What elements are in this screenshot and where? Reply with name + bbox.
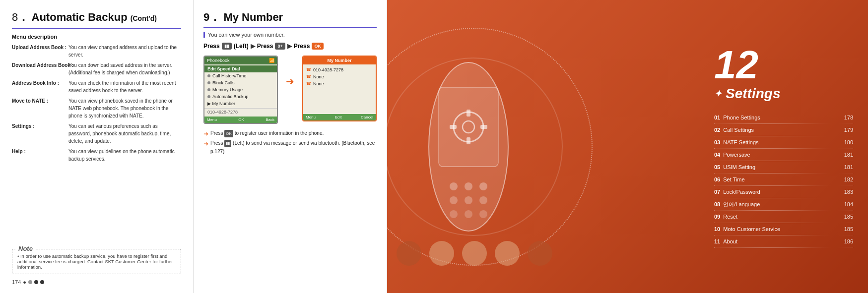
- tip-arrow-2: ➜: [203, 139, 208, 149]
- press-label-3: Press: [294, 43, 310, 50]
- toc-item: 10Moto Customer Service 185: [714, 223, 853, 235]
- page-dot-1: [28, 280, 32, 284]
- chapter-title-text: Settings: [726, 86, 780, 102]
- right-panel: 12 ✦ Settings 01Phone Settings 178 02Cal…: [387, 0, 868, 293]
- toc-item: 08언어/Language 184: [714, 198, 853, 211]
- mid-divider: [203, 27, 377, 28]
- svg-rect-14: [467, 137, 470, 144]
- phone-menu-item: Automatic Backup: [204, 93, 277, 100]
- menu-dot: [207, 81, 210, 84]
- svg-rect-15: [450, 125, 457, 129]
- toc-item: 02Call Settings 179: [714, 124, 853, 136]
- toc-item: 05USIM Setting 181: [714, 161, 853, 174]
- phone-menu-item: Call History/Time: [204, 72, 277, 79]
- page-dots: [28, 280, 44, 284]
- svg-point-7: [479, 196, 487, 204]
- toc-item: 06Set Time 182: [714, 174, 853, 186]
- tip-button-1: OK: [224, 130, 233, 138]
- menu-button-icon: 8+: [275, 43, 285, 50]
- note-text: • In order to use automatic backup servi…: [17, 253, 173, 270]
- menu-dot: [207, 95, 210, 98]
- ok-button-icon: OK: [312, 43, 324, 50]
- toc-item: 11About 186: [714, 235, 853, 248]
- phone-bottom-number: 010-4928-7278: [204, 108, 277, 116]
- svg-rect-16: [480, 125, 487, 129]
- phone-screen-2-header: My Number: [303, 57, 376, 64]
- tip-button-2: ▮▮: [224, 140, 231, 148]
- svg-point-2: [450, 182, 458, 190]
- left-section-title: 8． Automatic Backup (Cont'd): [12, 10, 181, 25]
- chapter-title: ✦ Settings: [714, 86, 853, 102]
- svg-point-5: [450, 196, 458, 204]
- phone-screen-1-body: Edit Speed Dial Call History/Time Block …: [204, 64, 277, 117]
- toc-item: 01Phone Settings 178: [714, 112, 853, 124]
- menu-dot: [207, 74, 210, 77]
- toc-item: 03NATE Settings 180: [714, 136, 853, 149]
- phone-menu-item: ▶ My Number: [204, 100, 277, 107]
- phone-screen-2: My Number ☎ 010-4928-7278 ☎ None ☎ None …: [302, 56, 377, 121]
- settings-content: 12 ✦ Settings 01Phone Settings 178 02Cal…: [714, 0, 853, 293]
- phone-menu-selected: Edit Speed Dial: [204, 65, 277, 72]
- phone-screen-1-footer: Menu OK Back: [204, 117, 277, 123]
- mid-panel: 9． My Number You can view your own numbe…: [194, 0, 387, 293]
- toc-item: 04Powersave 181: [714, 149, 853, 161]
- list-item: Download Address Book : You can download…: [12, 61, 181, 76]
- press-label-2: Press: [257, 43, 273, 50]
- arrow-icon-1: ▶: [251, 43, 255, 50]
- phone-screen-2-body: ☎ 010-4928-7278 ☎ None ☎ None: [303, 64, 376, 114]
- svg-point-6: [465, 196, 472, 204]
- tip-text-1: Press OK to register user information in…: [210, 129, 324, 138]
- tip-row-1: ➜ Press OK to register user information …: [203, 129, 377, 139]
- mid-subtitle: You can view your own number.: [203, 32, 377, 38]
- list-item: Address Book Info : You can check the in…: [12, 79, 181, 94]
- tips-section: ➜ Press OK to register user information …: [203, 129, 377, 156]
- list-item: Settings : You can set various preferenc…: [12, 122, 181, 145]
- svg-rect-13: [467, 110, 470, 117]
- tip-arrow-1: ➜: [203, 129, 208, 139]
- phone-screen-1-header: Phonebook 📶: [204, 57, 277, 64]
- settings-icon: ✦: [714, 88, 722, 99]
- page-dot-3: [40, 280, 44, 284]
- left-button-icon: ▮▮: [222, 43, 232, 50]
- section-divider: [12, 28, 181, 29]
- svg-point-9: [465, 210, 472, 218]
- page-dot-2: [34, 280, 38, 284]
- page-number: 174 ●: [12, 279, 181, 285]
- phone-screen2-item: ☎ None: [306, 73, 373, 80]
- phone-screen2-item: ☎ None: [306, 80, 373, 87]
- phone-screenshots: Phonebook 📶 Edit Speed Dial Call History…: [203, 56, 377, 124]
- phone-illustration: [406, 48, 531, 246]
- phone-screen-1: Phonebook 📶 Edit Speed Dial Call History…: [203, 56, 278, 124]
- left-label: (Left): [234, 43, 249, 50]
- list-item: Help : You can view guidelines on the ph…: [12, 148, 181, 163]
- svg-point-8: [450, 210, 458, 218]
- svg-point-4: [479, 182, 487, 190]
- tip-text-2: Press ▮▮ (Left) to send via message or s…: [210, 139, 377, 156]
- svg-point-10: [479, 210, 487, 218]
- menu-dot: [207, 88, 210, 91]
- phone-menu-item: Memory Usage: [204, 86, 277, 93]
- tip-row-2: ➜ Press ▮▮ (Left) to send via message or…: [203, 139, 377, 156]
- left-panel: 8． Automatic Backup (Cont'd) Menu descri…: [0, 0, 194, 293]
- toc-item: 07Lock/Password 183: [714, 186, 853, 198]
- phone-menu-item: Block Calls: [204, 79, 277, 86]
- arrow-icon-2: ▶: [287, 43, 292, 50]
- toc-item: 09Reset 185: [714, 211, 853, 223]
- toc-list: 01Phone Settings 178 02Call Settings 179…: [714, 112, 853, 248]
- arrow-connector: ➜: [286, 56, 294, 87]
- mid-section-title: 9． My Number: [203, 10, 377, 25]
- phone-screen2-item: ☎ 010-4928-7278: [306, 66, 373, 73]
- menu-items-list: Upload Address Book : You can view chang…: [12, 44, 181, 245]
- svg-rect-1: [439, 87, 498, 167]
- list-item: Upload Address Book : You can view chang…: [12, 44, 181, 59]
- oval-dot-5: [528, 241, 552, 266]
- chapter-number: 12: [714, 45, 853, 85]
- press-label-1: Press: [203, 43, 220, 50]
- svg-point-3: [465, 182, 472, 190]
- list-item: Move to NATE : You can view phonebook sa…: [12, 97, 181, 119]
- note-label: Note: [16, 245, 35, 252]
- phone-screen-2-footer: Menu Edit Cancel: [303, 114, 376, 120]
- note-box: Note • In order to use automatic backup …: [12, 249, 181, 274]
- press-row: Press ▮▮ (Left) ▶ Press 8+ ▶ Press OK: [203, 43, 377, 50]
- menu-desc-label: Menu description: [12, 34, 181, 40]
